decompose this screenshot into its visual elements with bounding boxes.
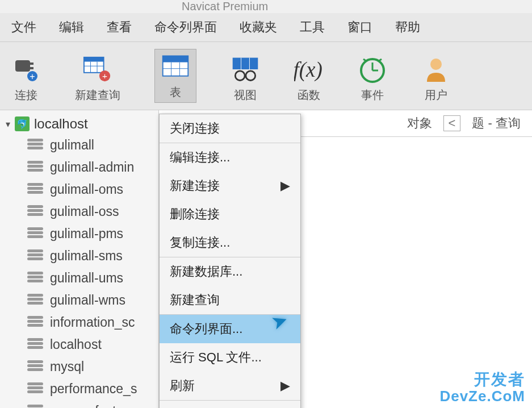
svg-rect-17 (233, 58, 258, 69)
tool-table-label: 表 (170, 85, 181, 100)
db-item-gulimall-sms[interactable]: gulimall-sms (0, 245, 158, 267)
ctx-删除连接[interactable]: 删除连接 (160, 200, 300, 228)
db-item-performance-s[interactable]: performance_s (0, 378, 158, 400)
db-item-information-sc[interactable]: information_sc (0, 311, 158, 334)
watermark-en: DevZe.CoM (439, 388, 525, 405)
ctx-关闭连接[interactable]: 关闭连接 (160, 114, 300, 143)
db-item-localhost[interactable]: localhost (0, 334, 158, 356)
grid-plus-icon: + (83, 55, 112, 84)
ctx-label: 新建连接 (170, 177, 220, 194)
db-label: performance_s (50, 381, 137, 397)
sidebar: ▾ 🐬 localhost gulimallgulimall-adminguli… (0, 110, 159, 408)
database-icon (27, 316, 43, 330)
menu-edit[interactable]: 编辑 (59, 19, 84, 36)
tool-connect-label: 连接 (15, 88, 37, 103)
svg-rect-6 (84, 57, 104, 62)
ctx-label: 复制连接... (170, 234, 230, 251)
db-item-renren-fast[interactable]: renren_fast (0, 400, 158, 408)
tool-function-label: 函数 (298, 88, 320, 103)
svg-text:f(x): f(x) (294, 58, 322, 82)
back-button[interactable]: < (443, 115, 461, 131)
tool-connect[interactable]: + 连接 (11, 55, 41, 103)
submenu-arrow-icon: ▶ (280, 178, 290, 193)
db-label: gulimall-oms (50, 182, 123, 197)
db-item-gulimall-oss[interactable]: gulimall-oss (0, 201, 158, 223)
database-icon (27, 382, 43, 396)
database-icon (27, 205, 43, 219)
db-item-gulimall-ums[interactable]: gulimall-ums (0, 267, 158, 289)
menu-view[interactable]: 查看 (107, 19, 132, 36)
tool-table[interactable]: 表 (154, 49, 196, 103)
db-item-gulimall-wms[interactable]: gulimall-wms (0, 289, 158, 311)
ctx-管理组[interactable]: 管理组▶ (160, 401, 300, 408)
chevron-down-icon: ▾ (6, 119, 10, 130)
db-label: information_sc (50, 315, 135, 330)
svg-point-29 (430, 59, 442, 70)
db-label: gulimall-admin (50, 160, 134, 175)
db-item-mysql[interactable]: mysql (0, 356, 158, 378)
tool-new-query-label: 新建查询 (75, 88, 120, 103)
tool-event[interactable]: 事件 (358, 55, 387, 103)
ctx-复制连接[interactable]: 复制连接... (160, 228, 300, 257)
ctx-label: 新建数据库... (170, 263, 242, 280)
tool-user[interactable]: 用户 (421, 55, 451, 103)
menu-tools[interactable]: 工具 (300, 19, 325, 36)
ctx-编辑连接[interactable]: 编辑连接... (160, 143, 300, 172)
watermark-cn: 开发者 (439, 371, 525, 389)
connection-name: localhost (34, 116, 88, 132)
svg-text:+: + (30, 72, 35, 81)
db-label: gulimall-sms (50, 248, 123, 264)
tool-view-label: 视图 (234, 88, 257, 103)
db-item-gulimall-oms[interactable]: gulimall-oms (0, 178, 158, 201)
connection-localhost[interactable]: ▾ 🐬 localhost (0, 114, 158, 134)
tool-new-query[interactable]: + 新建查询 (75, 55, 120, 103)
database-icon (27, 272, 43, 285)
user-icon (421, 55, 451, 84)
clock-icon (358, 55, 387, 84)
tool-event-label: 事件 (361, 88, 384, 103)
menu-help[interactable]: 帮助 (395, 19, 420, 36)
plug-icon: + (11, 55, 41, 84)
tool-view[interactable]: 视图 (231, 55, 260, 103)
menubar: 文件 编辑 查看 命令列界面 收藏夹 工具 窗口 帮助 (0, 13, 532, 42)
tab-object[interactable]: 对象 (407, 115, 432, 132)
ctx-label: 删除连接 (170, 206, 220, 223)
db-label: localhost (50, 337, 102, 352)
tool-function[interactable]: f(x) 函数 (294, 55, 324, 103)
db-item-gulimall-admin[interactable]: gulimall-admin (0, 156, 158, 178)
database-list: gulimallgulimall-admingulimall-omsgulima… (0, 134, 158, 408)
ctx-新建数据库[interactable]: 新建数据库... (160, 257, 300, 286)
database-icon (27, 139, 43, 152)
table-icon (161, 52, 190, 81)
database-icon (27, 227, 43, 241)
svg-line-27 (363, 59, 367, 61)
db-label: mysql (50, 359, 84, 374)
db-label: gulimall-pms (50, 226, 123, 242)
menu-window[interactable]: 窗口 (347, 19, 372, 36)
db-item-gulimall[interactable]: gulimall (0, 134, 158, 156)
db-label: gulimall-ums (50, 270, 123, 286)
ctx-label: 运行 SQL 文件... (170, 349, 262, 366)
database-icon (27, 294, 43, 307)
ctx-刷新[interactable]: 刷新▶ (160, 372, 300, 400)
database-icon (27, 338, 43, 352)
tool-user-label: 用户 (425, 88, 447, 103)
database-icon (27, 183, 43, 197)
db-label: gulimall (50, 138, 94, 153)
db-label: gulimall-wms (50, 293, 125, 308)
toolbar: + 连接 + 新建查询 表 视图 f(x) 函数 事件 用户 (0, 42, 532, 110)
db-label: renren_fast (50, 403, 116, 408)
fx-icon: f(x) (294, 55, 324, 84)
context-menu: 关闭连接编辑连接...新建连接▶删除连接复制连接...新建数据库...新建查询命… (159, 114, 301, 408)
menu-cli[interactable]: 命令列界面 (154, 19, 217, 36)
svg-rect-1 (30, 63, 33, 65)
svg-point-20 (235, 71, 245, 81)
svg-line-28 (378, 59, 382, 61)
breadcrumb-text: 题 - 查询 (472, 115, 521, 132)
ctx-运行SQL文件[interactable]: 运行 SQL 文件... (160, 343, 300, 372)
menu-file[interactable]: 文件 (11, 19, 36, 36)
menu-favorites[interactable]: 收藏夹 (240, 19, 277, 36)
ctx-label: 命令列界面... (170, 320, 242, 338)
db-item-gulimall-pms[interactable]: gulimall-pms (0, 223, 158, 245)
ctx-新建连接[interactable]: 新建连接▶ (160, 172, 300, 200)
